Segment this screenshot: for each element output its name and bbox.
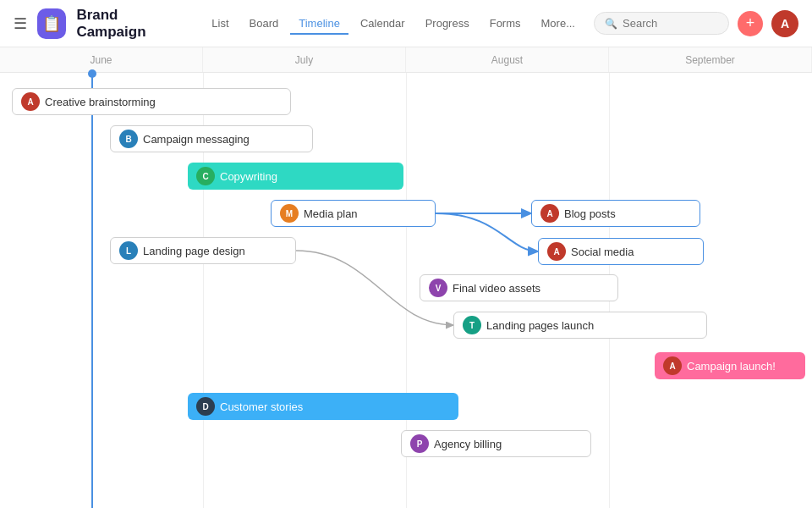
tab-board[interactable]: Board <box>241 12 288 35</box>
task-creative-brainstorming[interactable]: A Creative brainstorming <box>12 88 291 115</box>
month-headers: June July August September <box>0 47 812 73</box>
header: ☰ 📋 Brand Campaign List Board Timeline C… <box>0 0 812 47</box>
task-avatar-video: V <box>429 279 447 297</box>
task-campaign-launch[interactable]: A Campaign launch! <box>655 352 805 379</box>
task-avatar-agency: P <box>410 434 429 453</box>
task-label-messaging: Campaign messaging <box>143 133 250 146</box>
app-icon-glyph: 📋 <box>42 14 61 33</box>
task-avatar-creative: A <box>21 92 40 111</box>
timeline-container: June July August September <box>0 47 812 508</box>
task-label-campaign-launch: Campaign launch! <box>687 360 776 373</box>
month-september: September <box>609 47 812 72</box>
task-label-copywriting: Copywriting <box>220 170 277 183</box>
task-label-media: Media plan <box>304 207 358 220</box>
task-label-creative: Creative brainstorming <box>45 96 156 108</box>
task-landing-launch[interactable]: T Landing pages launch <box>453 312 707 339</box>
search-box[interactable]: 🔍 <box>594 12 729 35</box>
month-july: July <box>203 47 406 72</box>
search-icon: 🔍 <box>605 18 617 30</box>
tab-list[interactable]: List <box>203 12 237 35</box>
header-right: 🔍 + A <box>594 10 798 37</box>
task-label-landing-design: Landing page design <box>143 245 245 257</box>
tab-progress[interactable]: Progress <box>417 12 478 35</box>
task-label-launch: Landing pages launch <box>486 319 594 332</box>
today-line <box>91 73 93 508</box>
tab-timeline[interactable]: Timeline <box>290 12 348 35</box>
month-august: August <box>406 47 609 72</box>
task-copywriting[interactable]: C Copywriting <box>188 163 403 190</box>
task-avatar-landing-design: L <box>119 241 138 260</box>
task-social-media[interactable]: A Social media <box>538 238 704 265</box>
task-avatar-blog: A <box>540 204 559 223</box>
task-label-video: Final video assets <box>453 282 540 295</box>
nav-tabs: List Board Timeline Calendar Progress Fo… <box>203 12 584 35</box>
hamburger-icon[interactable]: ☰ <box>14 14 27 33</box>
task-label-social: Social media <box>571 246 634 258</box>
avatar: A <box>771 10 798 37</box>
task-avatar-launch: T <box>463 316 481 334</box>
task-blog-posts[interactable]: A Blog posts <box>531 200 700 227</box>
search-input[interactable] <box>623 17 716 30</box>
task-avatar-social: A <box>547 242 566 261</box>
task-customer-stories[interactable]: D Customer stories <box>188 393 458 420</box>
task-campaign-messaging[interactable]: B Campaign messaging <box>110 125 313 152</box>
month-june: June <box>0 47 203 72</box>
task-agency-billing[interactable]: P Agency billing <box>401 430 591 457</box>
tab-calendar[interactable]: Calendar <box>352 12 414 35</box>
add-button[interactable]: + <box>738 11 763 36</box>
app-icon: 📋 <box>37 8 66 39</box>
task-avatar-customer: D <box>196 397 215 416</box>
task-label-blog: Blog posts <box>564 207 616 220</box>
task-avatar-media: M <box>280 204 299 223</box>
tab-more[interactable]: More... <box>533 12 584 35</box>
task-avatar-campaign-launch: A <box>663 356 682 375</box>
task-label-customer: Customer stories <box>220 400 303 413</box>
task-avatar-messaging: B <box>119 130 138 148</box>
task-label-agency: Agency billing <box>434 438 502 450</box>
task-landing-design[interactable]: L Landing page design <box>110 237 296 264</box>
tab-forms[interactable]: Forms <box>481 12 529 35</box>
task-media-plan[interactable]: M Media plan <box>271 200 436 227</box>
timeline-body: A Creative brainstorming B Campaign mess… <box>0 73 812 508</box>
task-video-assets[interactable]: V Final video assets <box>420 274 618 301</box>
today-dot <box>88 69 96 78</box>
project-title: Brand Campaign <box>76 7 186 41</box>
task-avatar-copywriting: C <box>196 167 215 185</box>
